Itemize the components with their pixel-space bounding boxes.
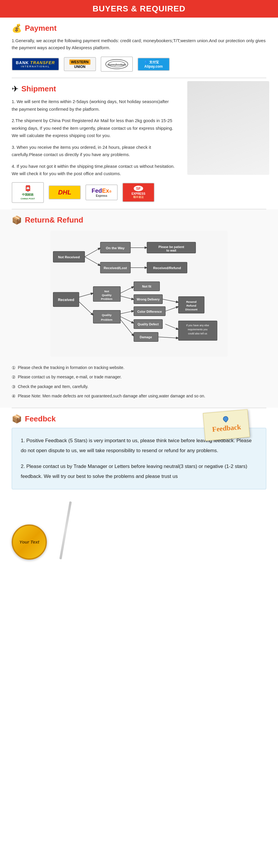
refund-section: 📦 Return& Refund Not Received On the Way… (0, 209, 278, 408)
payment-description: 1.Generally, we accept the following pay… (12, 37, 266, 51)
payment-heading: Payment (25, 24, 57, 33)
page-title: BUYERS & REQUIRED (0, 4, 278, 13)
svg-text:Received/Refund: Received/Refund (153, 266, 181, 270)
feedback-note-card: Feedback (203, 409, 250, 441)
moneybookers-logo: moneybookers (101, 57, 133, 72)
svg-text:Received: Received (58, 298, 74, 302)
refund-note-3: ③ Check the package and Item, carefully. (12, 383, 266, 391)
shipment-icon: ✈ (12, 84, 19, 94)
footer-area: Your Text (0, 495, 278, 571)
payment-logos-row: BANK TRANSFER INTERNATIONAL WESTERN UNIO… (12, 57, 266, 72)
svg-text:Color Difference: Color Difference (137, 310, 162, 313)
refund-flowchart: Not Received On the Way Please be patien… (12, 231, 266, 358)
svg-text:Quality Defect: Quality Defect (138, 322, 159, 326)
feedback-icon: 📦 (12, 414, 22, 424)
svg-rect-27 (93, 310, 120, 323)
refund-note-2: ② Please contact us by meesage, e-mail, … (12, 373, 266, 381)
shipment-point-1: 1. We will sent the items within 2-5days… (12, 98, 176, 113)
fedex-logo: FedEx® Express (85, 185, 118, 200)
refund-icon: 📦 (12, 215, 22, 225)
svg-text:If you have any else: If you have any else (186, 324, 209, 327)
shipment-point-2: 2.The shipment by China Post Registered … (12, 117, 176, 140)
refund-note-1: ① Please check the tracking in formation… (12, 364, 266, 372)
svg-text:requirements you: requirements you (187, 328, 207, 331)
western-union-logo: WESTERN UNION (64, 57, 96, 71)
svg-text:On the Way: On the Way (106, 246, 125, 249)
svg-text:Quality: Quality (102, 313, 112, 316)
svg-text:to wait: to wait (166, 249, 176, 252)
svg-text:Wrong Delivery: Wrong Delivery (137, 298, 160, 301)
refund-heading: Return& Refund (25, 216, 83, 225)
feedback-point-2: 2. Please contact us by Trade Manager or… (21, 462, 257, 482)
payment-section: 💰 Payment 1.Generally, we accept the fol… (0, 18, 278, 78)
svg-text:Not fit: Not fit (142, 285, 151, 288)
sf-express-logo: SF EXPRESS 顺丰速运 (122, 183, 154, 202)
dhl-logo: DHL (48, 185, 81, 199)
payment-icon: 💰 (12, 24, 22, 33)
refund-notes: ① Please check the tracking in formation… (12, 364, 266, 401)
flowchart-svg: Not Received On the Way Please be patien… (12, 231, 266, 357)
svg-text:Problem: Problem (101, 297, 112, 300)
payment-title-row: 💰 Payment (12, 24, 266, 33)
shipping-logos-row: 📮 中国邮政 CHINA POST DHL FedEx® Express SF … (12, 182, 266, 203)
moneybookers-icon: moneybookers (105, 59, 129, 69)
bank-transfer-logo: BANK TRANSFER INTERNATIONAL (12, 58, 59, 70)
pen-icon (60, 501, 72, 559)
svg-text:Quality: Quality (102, 293, 112, 297)
svg-text:Damage: Damage (140, 335, 152, 339)
alipay-logo: 🔷 支付宝Alipay.com (138, 58, 170, 71)
shipment-point-4: 4. If you have not got it within the shi… (12, 162, 176, 178)
page-header: BUYERS & REQUIRED (0, 0, 278, 18)
shipment-point-3: 3. When you receive the items you ordere… (12, 144, 176, 158)
svg-text:Refund: Refund (186, 304, 196, 307)
svg-text:could also tell us: could also tell us (188, 332, 207, 335)
svg-text:moneybookers: moneybookers (107, 63, 126, 66)
svg-text:Received/Lost: Received/Lost (104, 266, 127, 270)
svg-text:Please be patient: Please be patient (159, 245, 184, 248)
refund-title-row: 📦 Return& Refund (12, 215, 266, 225)
shipment-section: ✈ Shipment 1. We will sent the items wit… (0, 78, 278, 209)
feedback-section: 📦 Feedbck Feedback 1. Positive Feedback … (0, 408, 278, 495)
shipment-heading: Shipment (21, 84, 56, 93)
svg-text:Not: Not (104, 290, 109, 293)
pin-icon (222, 415, 230, 422)
svg-text:Discount: Discount (185, 308, 198, 311)
gold-badge: Your Text (12, 525, 47, 560)
feedback-heading: Feedbck (25, 414, 56, 424)
badge-text: Your Text (19, 539, 39, 545)
shipment-bg-image (187, 81, 269, 175)
svg-text:Not Received: Not Received (58, 255, 79, 258)
feedback-label: Feedback (212, 423, 241, 433)
svg-text:Resend: Resend (186, 300, 196, 303)
chinapost-logo: 📮 中国邮政 CHINA POST (12, 182, 44, 203)
feedback-header-area: 📦 Feedbck Feedback (12, 414, 266, 424)
svg-text:Problem: Problem (101, 318, 112, 321)
refund-note-4: ④ Please Note: Men made defects are not … (12, 392, 266, 401)
